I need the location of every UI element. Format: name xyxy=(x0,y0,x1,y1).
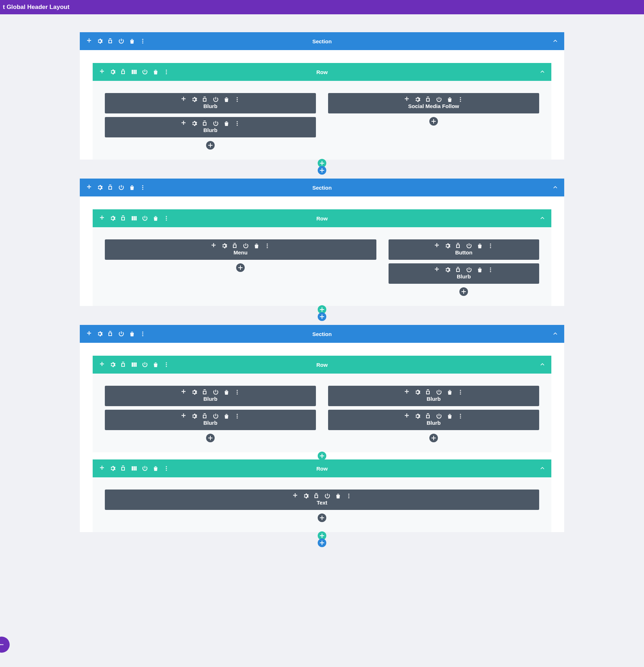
collapse-icon[interactable] xyxy=(540,466,545,472)
move-icon[interactable] xyxy=(404,413,410,419)
more-icon[interactable] xyxy=(264,243,270,249)
row-header[interactable]: Row xyxy=(93,356,551,374)
more-icon[interactable] xyxy=(164,362,169,367)
add-module-button[interactable] xyxy=(318,513,326,522)
move-icon[interactable] xyxy=(86,38,92,44)
move-icon[interactable] xyxy=(181,413,186,419)
duplicate-icon[interactable] xyxy=(314,493,319,499)
section-header[interactable]: Section xyxy=(80,179,564,196)
move-icon[interactable] xyxy=(404,389,410,395)
add-module-button[interactable] xyxy=(429,117,438,126)
module[interactable]: Blurb xyxy=(105,410,316,430)
more-icon[interactable] xyxy=(458,97,463,102)
more-icon[interactable] xyxy=(458,389,463,395)
section-header[interactable]: Section xyxy=(80,325,564,343)
trash-icon[interactable] xyxy=(477,243,483,249)
duplicate-icon[interactable] xyxy=(425,97,431,102)
row-header[interactable]: Row xyxy=(93,459,551,477)
module[interactable]: Button xyxy=(389,239,539,260)
more-icon[interactable] xyxy=(234,389,240,395)
move-icon[interactable] xyxy=(211,243,216,249)
duplicate-icon[interactable] xyxy=(108,185,113,190)
gear-icon[interactable] xyxy=(191,389,197,395)
gear-icon[interactable] xyxy=(110,69,116,75)
add-module-button[interactable] xyxy=(429,434,438,442)
save-icon[interactable] xyxy=(142,466,148,471)
save-icon[interactable] xyxy=(325,493,330,499)
more-icon[interactable] xyxy=(234,413,240,419)
more-icon[interactable] xyxy=(164,466,169,471)
save-icon[interactable] xyxy=(142,215,148,221)
trash-icon[interactable] xyxy=(254,243,259,249)
gear-icon[interactable] xyxy=(221,243,227,249)
gear-icon[interactable] xyxy=(97,38,103,44)
more-icon[interactable] xyxy=(164,215,169,221)
collapse-icon[interactable] xyxy=(540,362,545,368)
save-icon[interactable] xyxy=(142,362,148,367)
collapse-icon[interactable] xyxy=(540,69,545,75)
move-icon[interactable] xyxy=(434,267,440,273)
gear-icon[interactable] xyxy=(191,413,197,419)
columns-icon[interactable] xyxy=(131,69,137,75)
trash-icon[interactable] xyxy=(477,267,483,273)
trash-icon[interactable] xyxy=(447,389,453,395)
more-icon[interactable] xyxy=(234,121,240,126)
trash-icon[interactable] xyxy=(224,121,229,126)
collapse-icon[interactable] xyxy=(553,331,558,337)
trash-icon[interactable] xyxy=(153,466,158,471)
save-icon[interactable] xyxy=(436,389,442,395)
trash-icon[interactable] xyxy=(224,97,229,102)
duplicate-icon[interactable] xyxy=(455,267,461,273)
collapse-icon[interactable] xyxy=(540,215,545,221)
module[interactable]: Blurb xyxy=(328,386,539,406)
more-icon[interactable] xyxy=(140,185,146,190)
gear-icon[interactable] xyxy=(110,362,116,367)
duplicate-icon[interactable] xyxy=(202,97,208,102)
gear-icon[interactable] xyxy=(191,97,197,102)
save-icon[interactable] xyxy=(118,331,124,337)
move-icon[interactable] xyxy=(99,362,105,367)
save-icon[interactable] xyxy=(118,38,124,44)
save-icon[interactable] xyxy=(118,185,124,190)
module[interactable]: Blurb xyxy=(328,410,539,430)
module[interactable]: Social Media Follow xyxy=(328,93,539,113)
move-icon[interactable] xyxy=(99,466,105,471)
module[interactable]: Blurb xyxy=(105,386,316,406)
gear-icon[interactable] xyxy=(445,243,450,249)
trash-icon[interactable] xyxy=(447,413,453,419)
columns-icon[interactable] xyxy=(131,362,137,367)
columns-icon[interactable] xyxy=(131,215,137,221)
move-icon[interactable] xyxy=(99,69,105,75)
move-icon[interactable] xyxy=(86,185,92,190)
trash-icon[interactable] xyxy=(129,38,135,44)
add-row-button[interactable] xyxy=(318,452,326,460)
trash-icon[interactable] xyxy=(224,389,229,395)
duplicate-icon[interactable] xyxy=(108,38,113,44)
duplicate-icon[interactable] xyxy=(121,69,126,75)
trash-icon[interactable] xyxy=(153,69,158,75)
duplicate-icon[interactable] xyxy=(121,215,126,221)
trash-icon[interactable] xyxy=(129,185,135,190)
trash-icon[interactable] xyxy=(129,331,135,337)
trash-icon[interactable] xyxy=(224,413,229,419)
gear-icon[interactable] xyxy=(97,331,103,337)
collapse-icon[interactable] xyxy=(553,185,558,191)
gear-icon[interactable] xyxy=(191,121,197,126)
save-icon[interactable] xyxy=(213,389,219,395)
save-icon[interactable] xyxy=(213,97,219,102)
columns-icon[interactable] xyxy=(131,466,137,471)
move-icon[interactable] xyxy=(86,331,92,337)
duplicate-icon[interactable] xyxy=(202,389,208,395)
duplicate-icon[interactable] xyxy=(425,389,431,395)
trash-icon[interactable] xyxy=(153,215,158,221)
add-module-button[interactable] xyxy=(206,434,215,442)
save-icon[interactable] xyxy=(213,413,219,419)
save-icon[interactable] xyxy=(142,69,148,75)
more-icon[interactable] xyxy=(140,38,146,44)
trash-icon[interactable] xyxy=(153,362,158,367)
save-icon[interactable] xyxy=(466,243,472,249)
more-icon[interactable] xyxy=(488,267,493,273)
save-icon[interactable] xyxy=(243,243,249,249)
save-icon[interactable] xyxy=(213,121,219,126)
duplicate-icon[interactable] xyxy=(202,413,208,419)
